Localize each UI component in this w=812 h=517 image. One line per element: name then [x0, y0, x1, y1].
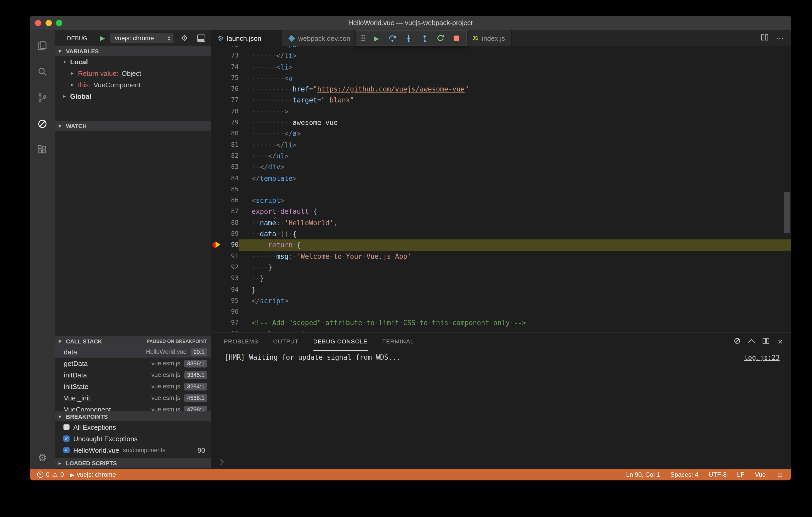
variable-row[interactable]: ▸Global [55, 90, 211, 102]
callstack-frame[interactable]: initDatavue.esm.js3345:1 [55, 369, 211, 381]
gutter-margin[interactable] [211, 139, 222, 151]
clear-console-icon[interactable] [733, 337, 741, 346]
code-editor[interactable]: 72········</a>73······</li>74······<li>7… [211, 46, 791, 332]
continue-button[interactable]: ▶ [372, 33, 381, 43]
code-text[interactable]: </script> [239, 295, 791, 307]
gutter-margin[interactable] [211, 162, 222, 173]
settings-gear-icon[interactable]: ⚙ [38, 446, 47, 469]
indentation-status[interactable]: Spaces: 4 [670, 471, 698, 478]
split-panel-icon[interactable] [762, 337, 770, 346]
gutter-margin[interactable] [211, 240, 222, 251]
variable-row[interactable]: ▸this:VueComponent [55, 79, 211, 90]
line-number[interactable]: 96 [222, 306, 239, 317]
gutter-margin[interactable] [211, 51, 222, 62]
line-number[interactable]: 95 [222, 295, 239, 307]
search-icon[interactable] [30, 59, 55, 85]
watch-header[interactable]: ▾ WATCH [55, 121, 211, 131]
line-number[interactable]: 88 [222, 217, 239, 229]
gutter-margin[interactable] [211, 117, 222, 128]
restart-button[interactable] [436, 33, 445, 43]
step-into-button[interactable] [404, 33, 413, 43]
callstack-frame[interactable]: dataHelloWorld.vue90:1 [55, 346, 211, 358]
debug-console-input[interactable] [211, 455, 791, 469]
gutter-margin[interactable] [211, 184, 222, 195]
callstack-frame[interactable]: Vue._initvue.esm.js4558:1 [55, 392, 211, 403]
line-number[interactable]: 72 [222, 46, 239, 51]
debug-icon[interactable] [30, 111, 55, 137]
gutter-margin[interactable] [211, 173, 222, 184]
code-text[interactable]: </template> [239, 173, 791, 184]
callstack-frame[interactable]: getDatavue.esm.js3386:1 [55, 358, 211, 369]
gutter-margin[interactable] [211, 206, 222, 217]
code-text[interactable]: ········> [239, 106, 791, 117]
breakpoint-row[interactable]: All Exceptions [55, 421, 211, 433]
encoding-status[interactable]: UTF-8 [709, 471, 727, 478]
gutter-margin[interactable] [211, 61, 222, 73]
gutter-margin[interactable] [211, 262, 222, 273]
explorer-icon[interactable] [30, 32, 55, 59]
gutter-margin[interactable] [211, 106, 222, 117]
language-mode-status[interactable]: Vue [755, 471, 766, 478]
code-text[interactable]: ··········href="https://github.com/vuejs… [239, 84, 791, 95]
more-actions-icon[interactable]: ⋯ [776, 35, 784, 41]
line-number[interactable]: 77 [222, 95, 239, 106]
line-number[interactable]: 76 [222, 84, 239, 95]
code-text[interactable] [239, 306, 791, 317]
line-number[interactable]: 90 [222, 240, 239, 251]
variable-row[interactable]: ▸Return value:Object [55, 67, 211, 79]
line-number[interactable]: 82 [222, 151, 239, 162]
zoom-button[interactable] [56, 20, 62, 26]
line-number[interactable]: 80 [222, 128, 239, 140]
maximize-panel-icon[interactable] [748, 339, 755, 345]
line-number[interactable]: 78 [222, 106, 239, 117]
variable-row[interactable]: ▾Local [55, 56, 211, 67]
line-number[interactable]: 81 [222, 139, 239, 151]
loaded-scripts-header[interactable]: ▸ LOADED SCRIPTS [55, 458, 211, 468]
tab-launch-json[interactable]: ⚙launch.json [211, 30, 282, 46]
gutter-margin[interactable] [211, 251, 222, 262]
breakpoint-checkbox[interactable]: ✓ [63, 447, 69, 453]
code-text[interactable]: ········</a> [239, 46, 791, 51]
errors-warnings-status[interactable]: × 0 ⚠ 0 [37, 471, 64, 478]
editor-scrollbar-thumb[interactable] [784, 192, 790, 233]
code-text[interactable]: ········</a> [239, 128, 791, 140]
code-text[interactable]: ··</div> [239, 162, 791, 173]
debug-config-dropdown[interactable]: vuejs: chrome [110, 33, 174, 43]
code-text[interactable]: ····} [239, 262, 791, 273]
feedback-smiley-icon[interactable]: ☺ [776, 471, 784, 478]
panel-tab-problems[interactable]: PROBLEMS [224, 332, 258, 351]
code-text[interactable]: ··name:·'HelloWorld', [239, 217, 791, 229]
close-button[interactable] [35, 20, 41, 26]
gutter-margin[interactable] [211, 84, 222, 95]
line-number[interactable]: 92 [222, 262, 239, 273]
gutter-margin[interactable] [211, 73, 222, 84]
code-text[interactable]: ··········awesome-vue [239, 117, 791, 128]
gutter-margin[interactable] [211, 284, 222, 295]
code-text[interactable] [239, 184, 791, 195]
line-number[interactable]: 94 [222, 284, 239, 295]
panel-tab-terminal[interactable]: TERMINAL [382, 332, 414, 351]
extensions-icon[interactable] [30, 137, 55, 163]
variables-header[interactable]: ▾ VARIABLES [55, 46, 211, 56]
code-text[interactable]: ··} [239, 273, 791, 284]
line-number[interactable]: 93 [222, 273, 239, 284]
code-text[interactable]: ··········target="_blank" [239, 95, 791, 106]
code-text[interactable]: ··data·()·{ [239, 229, 791, 240]
gutter-margin[interactable] [211, 95, 222, 106]
line-number[interactable]: 89 [222, 229, 239, 240]
code-text[interactable]: ······</li> [239, 139, 791, 151]
code-text[interactable]: ······<li> [239, 61, 791, 73]
gutter-margin[interactable] [211, 217, 222, 229]
split-editor-icon[interactable] [761, 33, 768, 43]
line-number[interactable]: 86 [222, 195, 239, 206]
line-number[interactable]: 84 [222, 173, 239, 184]
line-number[interactable]: 74 [222, 61, 239, 73]
gutter-margin[interactable] [211, 273, 222, 284]
code-text[interactable]: <!--·Add·"scoped"·attribute·to·limit·CSS… [239, 317, 791, 329]
panel-tab-debug-console[interactable]: DEBUG CONSOLE [313, 332, 368, 351]
code-text[interactable]: ······</li> [239, 51, 791, 62]
gutter-margin[interactable] [211, 317, 222, 329]
gutter-margin[interactable] [211, 46, 222, 51]
source-control-icon[interactable] [30, 85, 55, 111]
breakpoint-checkbox[interactable] [63, 424, 69, 430]
